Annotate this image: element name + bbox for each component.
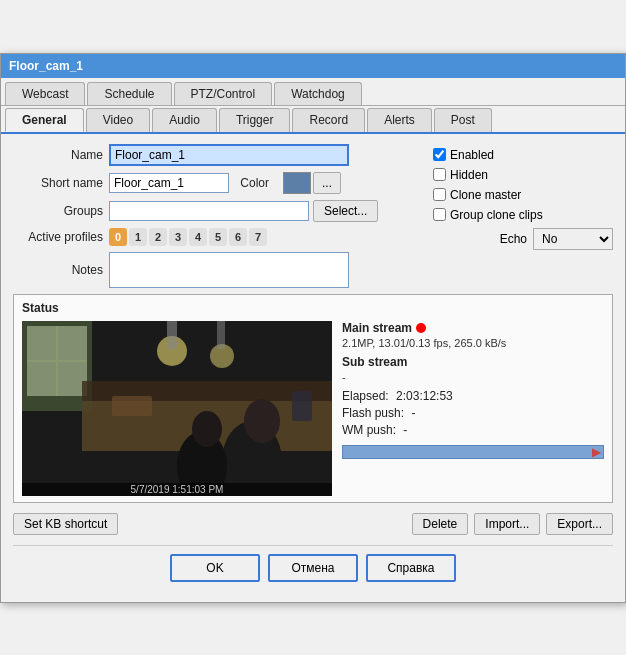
- progress-bar: ▶: [342, 445, 604, 459]
- echo-row: Echo No Yes: [433, 228, 613, 250]
- camera-preview: 5/7/2019 1:51:03 PM: [22, 321, 332, 496]
- footer-buttons: OK Отмена Справка: [13, 545, 613, 592]
- main-stream-detail: 2.1MP, 13.01/0.13 fps, 265.0 kB/s: [342, 337, 604, 349]
- shortname-row: Short name Color ...: [13, 172, 425, 194]
- profile-badge-3[interactable]: 3: [169, 228, 187, 246]
- recording-indicator: [416, 323, 426, 333]
- profile-badge-4[interactable]: 4: [189, 228, 207, 246]
- form-layout: Name Short name Color ... Groups Select.…: [13, 144, 613, 294]
- clone-master-checkbox[interactable]: [433, 188, 446, 201]
- form-right: Enabled Hidden Clone master Group clone …: [433, 144, 613, 294]
- clone-master-label: Clone master: [450, 188, 521, 202]
- svg-rect-15: [112, 396, 152, 416]
- wm-push-label: WM push:: [342, 423, 396, 437]
- elapsed-label: Elapsed:: [342, 389, 389, 403]
- hidden-row: Hidden: [433, 168, 613, 182]
- kb-shortcut-button[interactable]: Set KB shortcut: [13, 513, 118, 535]
- elapsed-value: 2:03:12:53: [396, 389, 453, 403]
- tab-general[interactable]: General: [5, 108, 84, 132]
- timestamp-text: 5/7/2019 1:51:03 PM: [131, 484, 224, 495]
- groups-row: Groups Select...: [13, 200, 425, 222]
- sub-stream-detail: -: [342, 371, 604, 383]
- echo-label: Echo: [500, 232, 527, 246]
- tab-record[interactable]: Record: [292, 108, 365, 132]
- color-label: Color: [229, 176, 269, 190]
- cancel-button[interactable]: Отмена: [268, 554, 358, 582]
- select-button[interactable]: Select...: [313, 200, 378, 222]
- svg-point-14: [192, 411, 222, 447]
- wm-push-row: WM push: -: [342, 423, 604, 437]
- hidden-label: Hidden: [450, 168, 488, 182]
- echo-select[interactable]: No Yes: [533, 228, 613, 250]
- main-stream-label: Main stream: [342, 321, 412, 335]
- wm-push-value: -: [403, 423, 407, 437]
- sub-stream-label: Sub stream: [342, 355, 604, 369]
- elapsed-row: Elapsed: 2:03:12:53: [342, 389, 604, 403]
- notes-label: Notes: [13, 263, 103, 277]
- color-picker-box[interactable]: [283, 172, 311, 194]
- export-button[interactable]: Export...: [546, 513, 613, 535]
- groups-input[interactable]: [109, 201, 309, 221]
- svg-rect-10: [217, 321, 225, 349]
- window-title: Floor_cam_1: [9, 59, 83, 73]
- bottom-buttons: Set KB shortcut Delete Import... Export.…: [13, 513, 613, 535]
- help-button[interactable]: Справка: [366, 554, 456, 582]
- ok-button[interactable]: OK: [170, 554, 260, 582]
- flash-push-value: -: [411, 406, 415, 420]
- import-button[interactable]: Import...: [474, 513, 540, 535]
- clone-master-row: Clone master: [433, 188, 613, 202]
- color-dots-button[interactable]: ...: [313, 172, 341, 194]
- active-profiles-label: Active profiles: [13, 230, 103, 244]
- stream-info: Main stream 2.1MP, 13.01/0.13 fps, 265.0…: [342, 321, 604, 496]
- notes-row: Notes: [13, 252, 425, 288]
- profile-badge-5[interactable]: 5: [209, 228, 227, 246]
- enabled-label: Enabled: [450, 148, 494, 162]
- tab-trigger[interactable]: Trigger: [219, 108, 291, 132]
- svg-rect-16: [292, 391, 312, 421]
- tab-audio[interactable]: Audio: [152, 108, 217, 132]
- content-area: Name Short name Color ... Groups Select.…: [1, 134, 625, 602]
- profiles-row: Active profiles 0 1 2 3 4 5 6 7: [13, 228, 425, 246]
- timestamp-bar: 5/7/2019 1:51:03 PM: [22, 483, 332, 496]
- shortname-label: Short name: [13, 176, 103, 190]
- group-clone-clips-row: Group clone clips: [433, 208, 613, 222]
- profile-badge-1[interactable]: 1: [129, 228, 147, 246]
- tab-alerts[interactable]: Alerts: [367, 108, 432, 132]
- svg-rect-9: [167, 321, 177, 349]
- name-row: Name: [13, 144, 425, 166]
- tab-schedule[interactable]: Schedule: [87, 82, 171, 105]
- main-window: Floor_cam_1 Webcast Schedule PTZ/Control…: [0, 53, 626, 603]
- tab-video[interactable]: Video: [86, 108, 150, 132]
- profile-badge-7[interactable]: 7: [249, 228, 267, 246]
- tabs-row2: General Video Audio Trigger Record Alert…: [1, 106, 625, 134]
- profile-badge-6[interactable]: 6: [229, 228, 247, 246]
- delete-button[interactable]: Delete: [412, 513, 469, 535]
- status-title: Status: [22, 301, 604, 315]
- groups-label: Groups: [13, 204, 103, 218]
- tab-watchdog[interactable]: Watchdog: [274, 82, 362, 105]
- form-left: Name Short name Color ... Groups Select.…: [13, 144, 425, 294]
- enabled-row: Enabled: [433, 148, 613, 162]
- shortname-input[interactable]: [109, 173, 229, 193]
- tab-ptz-control[interactable]: PTZ/Control: [174, 82, 273, 105]
- flash-push-label: Flash push:: [342, 406, 404, 420]
- checkboxes-area: Enabled Hidden Clone master Group clone …: [433, 148, 613, 222]
- notes-textarea[interactable]: [109, 252, 349, 288]
- tabs-row1: Webcast Schedule PTZ/Control Watchdog: [1, 78, 625, 106]
- profile-badge-0[interactable]: 0: [109, 228, 127, 246]
- svg-point-12: [244, 399, 280, 443]
- hidden-checkbox[interactable]: [433, 168, 446, 181]
- name-input[interactable]: [109, 144, 349, 166]
- group-clone-clips-checkbox[interactable]: [433, 208, 446, 221]
- title-bar: Floor_cam_1: [1, 54, 625, 78]
- enabled-checkbox[interactable]: [433, 148, 446, 161]
- tab-webcast[interactable]: Webcast: [5, 82, 85, 105]
- main-stream-row: Main stream: [342, 321, 604, 335]
- group-clone-clips-label: Group clone clips: [450, 208, 543, 222]
- tab-post[interactable]: Post: [434, 108, 492, 132]
- status-inner: 5/7/2019 1:51:03 PM Main stream 2.1MP, 1…: [22, 321, 604, 496]
- name-label: Name: [13, 148, 103, 162]
- status-group: Status: [13, 294, 613, 503]
- profile-badge-2[interactable]: 2: [149, 228, 167, 246]
- progress-icon: ▶: [592, 445, 601, 459]
